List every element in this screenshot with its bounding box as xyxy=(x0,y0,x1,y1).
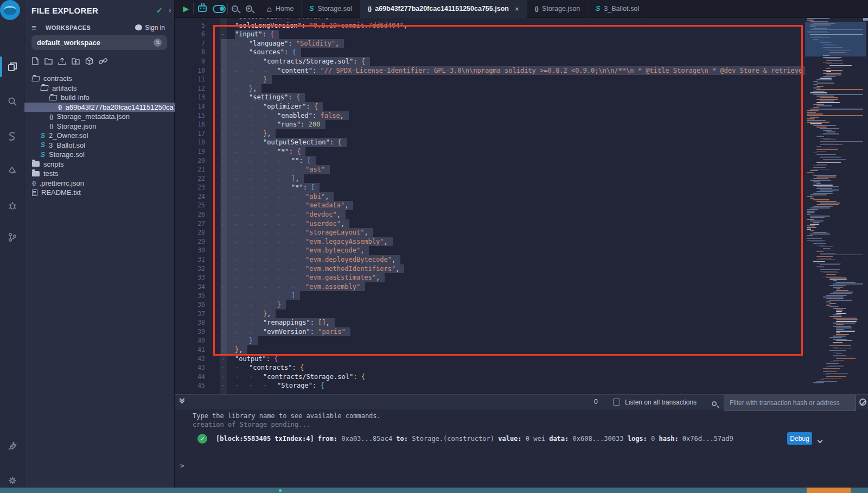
code-line-15[interactable]: 15→→→→"enabled": false, xyxy=(175,111,805,121)
zoom-in-icon[interactable]: + xyxy=(242,0,256,18)
clear-console-icon[interactable] xyxy=(859,399,866,406)
remix-logo-icon[interactable] xyxy=(0,0,20,20)
search-icon[interactable] xyxy=(5,94,19,108)
code-line-27[interactable]: 27→→→→→→"userdoc", xyxy=(175,219,805,229)
line-content: →→→→→] xyxy=(221,291,300,300)
tree-item-storage-metadata-json[interactable]: {}Storage_metadata.json xyxy=(24,112,175,122)
tab-home[interactable]: ⌂Home xyxy=(259,0,302,18)
link-icon[interactable] xyxy=(98,56,108,66)
code-line-13[interactable]: 13→→"settings": { xyxy=(175,93,805,102)
sign-in-button[interactable]: Sign in xyxy=(135,24,165,31)
code-line-11[interactable]: 11→→→} xyxy=(175,75,805,84)
tree-item-contracts[interactable]: contracts xyxy=(24,74,175,84)
code-line-25[interactable]: 25→→→→→→"metadata", xyxy=(175,201,805,210)
code-line-32[interactable]: 32→→→→→→"evm.methodIdentifiers", xyxy=(175,264,805,274)
code-line-44[interactable]: 44→→→"contracts/Storage.sol": { xyxy=(175,372,805,382)
code-line-38[interactable]: 38→→→"remappings": [], xyxy=(175,318,805,327)
code-line-39[interactable]: 39→→→"evmVersion": "paris" xyxy=(175,327,805,337)
code-line-28[interactable]: 28→→→→→→"storageLayout", xyxy=(175,228,805,237)
upload-file-icon[interactable] xyxy=(58,56,67,66)
code-editor[interactable]: 4→"solcVersion": "0.8.19",5→"solcLongVer… xyxy=(175,18,868,394)
new-folder-icon[interactable] xyxy=(44,56,53,66)
load-box-icon[interactable] xyxy=(85,56,94,66)
expand-tx-icon[interactable] xyxy=(818,435,822,445)
minimap[interactable] xyxy=(805,18,866,394)
workspace-select[interactable]: default_workspace ⇅ xyxy=(31,35,167,50)
workspaces-menu-icon[interactable]: ≡ xyxy=(31,23,36,32)
code-line-40[interactable]: 40→→} xyxy=(175,336,805,345)
token: { xyxy=(296,93,300,101)
code-line-18[interactable]: 18→→→"outputSelection": { xyxy=(175,138,805,147)
deploy-run-icon[interactable] xyxy=(5,164,19,178)
collapse-terminal-icon[interactable] xyxy=(180,397,184,401)
code-line-31[interactable]: 31→→→→→→"evm.deployedBytecode", xyxy=(175,255,805,264)
scrollbar-thumb[interactable] xyxy=(863,18,868,21)
code-line-24[interactable]: 24→→→→→→"abi", xyxy=(175,192,805,201)
token: } xyxy=(249,337,253,344)
tree-item-storage-sol[interactable]: SStorage.sol xyxy=(24,150,175,160)
code-line-17[interactable]: 17→→→}, xyxy=(175,129,805,138)
code-line-36[interactable]: 36→→→→} xyxy=(175,300,805,309)
code-line-37[interactable]: 37→→→}, xyxy=(175,309,805,319)
tree-item-artifacts[interactable]: artifacts xyxy=(24,84,175,93)
transaction-row[interactable]: ✓ [block:5583405 txIndex:4] from: 0xa03.… xyxy=(175,432,868,446)
debug-button[interactable]: Debug xyxy=(787,432,812,445)
tree-item-build-info[interactable]: build-info xyxy=(24,93,175,103)
tree-item-tests[interactable]: tests xyxy=(24,169,175,179)
minimap-viewport[interactable] xyxy=(805,22,866,56)
code-line-8[interactable]: 8→→"sources": { xyxy=(175,48,805,57)
code-line-41[interactable]: 41→}, xyxy=(175,345,805,355)
code-line-23[interactable]: 23→→→→→"*": [ xyxy=(175,183,805,192)
code-line-7[interactable]: 7→→"language": "Solidity", xyxy=(175,39,805,48)
tab-a69b43f277ba20fcac141151250ca755-json[interactable]: {}a69b43f277ba20fcac141151250ca755.json× xyxy=(360,0,527,18)
code-line-19[interactable]: 19→→→→"*": { xyxy=(175,147,805,156)
code-line-12[interactable]: 12→→}, xyxy=(175,84,805,93)
tab-storage-sol[interactable]: SStorage.sol xyxy=(302,0,360,18)
copilot-toggle[interactable] xyxy=(210,0,227,18)
tab-3-ballot-sol[interactable]: S3_Ballot.sol xyxy=(588,0,647,18)
tree-item-readme-txt[interactable]: README.txt xyxy=(24,188,175,198)
code-line-5[interactable]: 5→"solcLongVersion": "0.8.19+commit.7dd6… xyxy=(175,21,805,30)
listen-label[interactable]: Listen on all transactions xyxy=(625,399,697,406)
code-line-22[interactable]: 22→→→→→], xyxy=(175,174,805,184)
code-line-35[interactable]: 35→→→→→] xyxy=(175,291,805,300)
code-line-30[interactable]: 30→→→→→→"evm.bytecode", xyxy=(175,246,805,255)
code-line-6[interactable]: 6→"input": { xyxy=(175,30,805,39)
upload-folder-icon[interactable] xyxy=(71,56,80,66)
tree-item-scripts[interactable]: scripts xyxy=(24,160,175,169)
new-file-icon[interactable] xyxy=(31,56,40,66)
code-line-33[interactable]: 33→→→→→→"evm.gasEstimates", xyxy=(175,273,805,282)
tree-item--prettierrc-json[interactable]: {}.prettierrc.json xyxy=(24,179,175,188)
zoom-out-icon[interactable]: − xyxy=(228,0,242,18)
code-line-10[interactable]: 10→→→→"content": "// SPDX-License-Identi… xyxy=(175,66,805,75)
tree-item-3-ballot-sol[interactable]: S3_Ballot.sol xyxy=(24,141,175,150)
tree-item-a69b43f277ba20fcac141151250ca7-[interactable]: {}a69b43f277ba20fcac141151250ca7... xyxy=(24,103,175,112)
code-line-34[interactable]: 34→→→→→→"evm.assembly" xyxy=(175,282,805,292)
code-line-43[interactable]: 43→→"contracts": { xyxy=(175,363,805,372)
ai-copilot-icon[interactable] xyxy=(194,0,210,18)
terminal-prompt[interactable]: > xyxy=(180,462,184,470)
chevron-right-icon[interactable]: › xyxy=(169,5,171,14)
code-line-9[interactable]: 9→→→"contracts/Storage.sol": { xyxy=(175,57,805,66)
settings-gear-icon[interactable] xyxy=(5,473,19,487)
code-line-20[interactable]: 20→→→→→"": [ xyxy=(175,156,805,166)
solidity-compiler-icon[interactable] xyxy=(5,129,19,143)
listen-checkbox[interactable] xyxy=(613,399,620,406)
code-line-16[interactable]: 16→→→→"runs": 200 xyxy=(175,120,805,129)
git-icon[interactable] xyxy=(5,230,19,244)
code-line-14[interactable]: 14→→→"optimizer": { xyxy=(175,102,805,111)
plugin-manager-icon[interactable] xyxy=(5,439,19,452)
tab-storage-json[interactable]: {}Storage.json xyxy=(527,0,589,18)
code-line-21[interactable]: 21→→→→→→"ast" xyxy=(175,165,805,174)
debugger-icon[interactable] xyxy=(5,199,19,212)
tree-item-2-owner-sol[interactable]: S2_Owner.sol xyxy=(24,131,175,141)
run-script-button[interactable]: ▶ xyxy=(175,0,193,18)
code-line-29[interactable]: 29→→→→→→"evm.legacyAssembly", xyxy=(175,237,805,246)
transaction-filter-input[interactable] xyxy=(724,395,856,411)
close-tab-icon[interactable]: × xyxy=(515,5,519,13)
tree-item-storage-json[interactable]: {}Storage.json xyxy=(24,122,175,131)
code-line-42[interactable]: 42→"output": { xyxy=(175,355,805,364)
code-line-26[interactable]: 26→→→→→→"devdoc", xyxy=(175,210,805,219)
code-line-45[interactable]: 45→→→→"Storage": { xyxy=(175,381,805,390)
file-explorer-icon[interactable] xyxy=(5,60,19,73)
